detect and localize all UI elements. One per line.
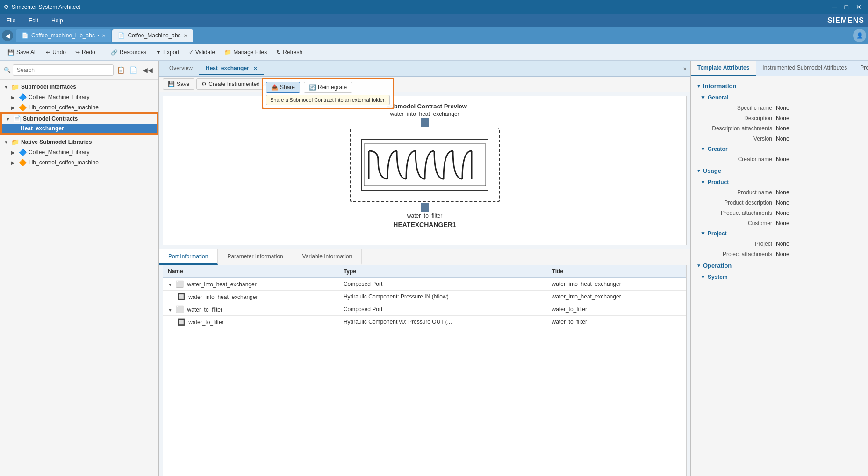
diamond-icon-lib-control-native: 🔶 [19, 159, 27, 166]
content-area: Overview Heat_exchanger ✕ » 💾 Save ⚙ Cre… [159, 61, 690, 476]
top-port-square [421, 118, 429, 127]
sidebar-item-heat-exchanger[interactable]: Heat_exchanger [2, 124, 157, 133]
preview-title: Submodel Contract Preview [386, 100, 467, 111]
tab-coffee-lib[interactable]: 📄 Coffee_machine_Lib_abs • ✕ [16, 29, 111, 42]
menu-file[interactable]: File [4, 15, 18, 26]
sidebar-item-coffee-machine-library[interactable]: ▶ 🔷 Coffee_Machine_Library [0, 92, 158, 102]
submodel-contracts-section: ▼ 📄 Submodel Contracts Heat_exchanger [2, 114, 157, 133]
main-layout: 🔍 📋 📄 ◀◀ ▼ 📁 Submodel Interfaces ▶ 🔷 Cof… [0, 61, 868, 476]
menu-edit[interactable]: Edit [26, 15, 41, 26]
sidebar-item-lib-control-native[interactable]: ▶ 🔶 Lib_control_coffee_machine [0, 157, 158, 168]
sidebar-toolbar: 📋 📄 [115, 65, 139, 75]
sidebar-new-icon[interactable]: 📋 [115, 65, 126, 75]
maximize-button[interactable]: □ [842, 2, 851, 12]
subsection-system[interactable]: ▼ System [695, 272, 864, 282]
subsection-general-label: General [708, 94, 729, 101]
minimize-button[interactable]: ─ [830, 2, 840, 12]
validate-label: Validate [195, 49, 215, 56]
tab-coffee-abs-icon: 📄 [118, 32, 125, 39]
resources-button[interactable]: 🔗 Resources [107, 47, 150, 57]
lib-control-coffee-label: Lib_control_coffee_machine [29, 104, 99, 111]
export-button[interactable]: ▼ Export [152, 47, 183, 57]
sidebar-expand-icon[interactable]: 📄 [128, 65, 139, 75]
expand-icon-row1[interactable]: ▼ [168, 282, 172, 287]
right-panel-tabs: Template Attributes Instrumented Submode… [691, 61, 868, 76]
user-avatar[interactable]: 👤 [853, 29, 866, 42]
table-row[interactable]: ▼ ⬜ water_into_heat_exchanger Composed P… [163, 278, 686, 291]
table-row[interactable]: ▼ ⬜ water_to_filter Composed Port water_… [163, 303, 686, 316]
row4-type: Hydraulic Component v0: Pressure OUT (..… [339, 316, 547, 328]
sidebar-item-lib-control-coffee[interactable]: ▶ 🔶 Lib_control_coffee_machine [0, 102, 158, 113]
redo-label: Redo [82, 49, 95, 56]
row3-name: ▼ ⬜ water_to_filter [163, 303, 339, 316]
tab-port-information[interactable]: Port Information [159, 249, 218, 265]
prop-project: Project None [695, 239, 864, 249]
sub-tabs: Overview Heat_exchanger ✕ » [159, 61, 690, 77]
prop-project-attachments: Project attachments None [695, 249, 864, 259]
undo-button[interactable]: ↩ Undo [42, 47, 70, 57]
expand-icon-row3[interactable]: ▼ [168, 307, 172, 313]
sidebar-item-submodel-interfaces[interactable]: ▼ 📁 Submodel Interfaces [0, 82, 158, 92]
subsection-general[interactable]: ▼ General [695, 92, 864, 103]
save-all-button[interactable]: 💾 Save All [4, 47, 40, 57]
right-tab-properties[interactable]: Properties [854, 61, 868, 76]
right-tab-template-attrs[interactable]: Template Attributes [691, 61, 756, 76]
section-usage[interactable]: ▼ Usage [695, 164, 864, 177]
arrow-project: ▼ [700, 230, 706, 237]
right-panel: Template Attributes Instrumented Submode… [690, 61, 868, 476]
validate-button[interactable]: ✓ Validate [185, 47, 219, 57]
arrow-product: ▼ [700, 179, 706, 185]
right-tab-instrumented-attrs[interactable]: Instrumented Submodel Attributes [756, 61, 854, 76]
arrow-general: ▼ [700, 94, 706, 101]
redo-button[interactable]: ↪ Redo [72, 47, 99, 57]
sub-tab-heat-exchanger-close[interactable]: ✕ [253, 66, 257, 71]
prop-version-label: Version [702, 135, 772, 142]
more-tabs-button[interactable]: » [683, 65, 687, 72]
tab-coffee-abs[interactable]: 📄 Coffee_Machine_abs ✕ [112, 29, 193, 42]
tab-coffee-lib-close[interactable]: ✕ [102, 33, 106, 38]
section-operation[interactable]: ▼ Operation [695, 259, 864, 272]
tab-modified-indicator: • [98, 33, 100, 38]
prop-project-value: None [776, 241, 789, 247]
arrow-information: ▼ [696, 84, 701, 89]
sidebar-item-coffee-machine-library-native[interactable]: ▶ 🔷 Coffee_Machine_Library [0, 147, 158, 157]
expand-icon-lib-control: ▶ [11, 105, 19, 110]
sidebar-collapse-button[interactable]: ◀◀ [141, 64, 155, 76]
share-icon: 📤 [271, 84, 278, 91]
row2-indent [168, 294, 177, 300]
search-input[interactable] [13, 64, 114, 76]
sidebar-item-native-libraries[interactable]: ▼ 📁 Native Submodel Libraries [0, 137, 158, 147]
sidebar-item-submodel-contracts[interactable]: ▼ 📄 Submodel Contracts [2, 114, 157, 124]
section-information[interactable]: ▼ Information [695, 80, 864, 92]
folder-icon-submodel-contracts: 📄 [13, 115, 21, 122]
manage-files-button[interactable]: 📁 Manage Files [221, 47, 271, 57]
arrow-usage: ▼ [696, 168, 701, 173]
tab-coffee-lib-label: Coffee_machine_Lib_abs [31, 32, 95, 39]
prop-project-attach-label: Project attachments [702, 251, 772, 257]
menu-help[interactable]: Help [49, 15, 66, 26]
table-row[interactable]: 🔲 water_to_filter Hydraulic Component v0… [163, 316, 686, 328]
tab-coffee-lib-icon: 📄 [22, 32, 29, 39]
tab-variable-information[interactable]: Variable Information [293, 249, 362, 265]
close-button[interactable]: ✕ [853, 2, 864, 12]
tab-coffee-abs-close[interactable]: ✕ [184, 33, 187, 38]
resources-icon: 🔗 [111, 49, 118, 56]
save-button[interactable]: 💾 Save [163, 78, 194, 90]
section-operation-label: Operation [703, 262, 732, 269]
bottom-port-square [421, 203, 429, 212]
subsection-project[interactable]: ▼ Project [695, 228, 864, 239]
app-title: Simcenter System Architect [12, 4, 80, 10]
sub-tab-overview[interactable]: Overview [163, 62, 199, 75]
reintegrate-button[interactable]: 🔄 Reintegrate [304, 82, 352, 93]
table-row[interactable]: 🔲 water_into_heat_exchanger Hydraulic Co… [163, 291, 686, 303]
sub-tab-heat-exchanger[interactable]: Heat_exchanger ✕ [199, 62, 264, 75]
manage-files-label: Manage Files [233, 49, 267, 56]
port-table: Name Type Title ▼ ⬜ water_into_heat_exch… [163, 265, 686, 328]
subsection-product[interactable]: ▼ Product [695, 177, 864, 187]
back-button[interactable]: ◀ [2, 30, 13, 41]
prop-creator-name-value: None [776, 156, 789, 163]
share-button[interactable]: 📤 Share [266, 82, 300, 93]
subsection-creator[interactable]: ▼ Creator [695, 144, 864, 154]
tab-parameter-information[interactable]: Parameter Information [218, 249, 293, 265]
refresh-button[interactable]: ↻ Refresh [273, 47, 306, 57]
